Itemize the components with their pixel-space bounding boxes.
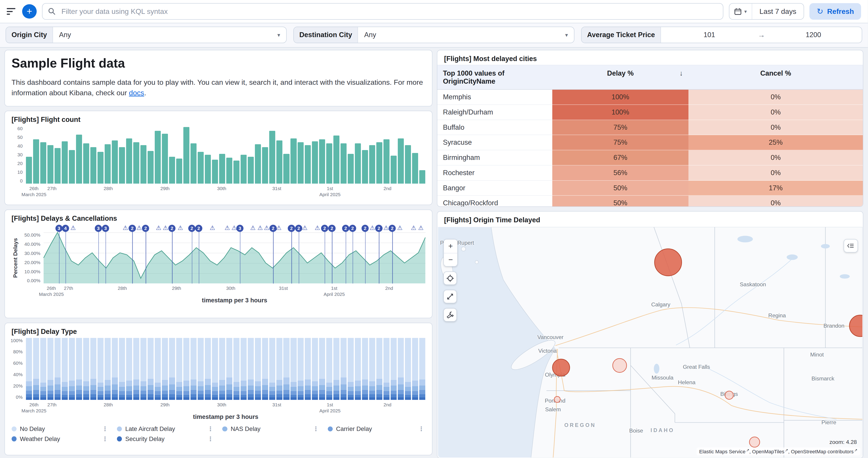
delay-type-bar[interactable] [76, 338, 82, 400]
flight-count-bar[interactable] [90, 147, 96, 184]
annotation-badge[interactable]: 4 [62, 225, 69, 232]
delay-type-bar[interactable] [269, 338, 275, 400]
flight-count-bar[interactable] [248, 157, 254, 184]
annotation-badge[interactable]: 2 [375, 225, 382, 232]
flight-count-bar[interactable] [376, 142, 382, 184]
annotation-badge[interactable]: 2 [129, 225, 136, 232]
flight-count-bar[interactable] [298, 142, 304, 184]
flight-count-bar[interactable] [62, 141, 68, 184]
legend-menu-icon[interactable]: ⋮ [312, 425, 320, 432]
flight-count-bar[interactable] [333, 135, 339, 184]
map-panel-title[interactable]: [Flights] Origin Time Delayed [444, 216, 862, 224]
flight-count-bar[interactable] [234, 160, 240, 184]
destination-city-filter[interactable]: Destination City Any ▾ [293, 27, 575, 43]
flight-count-bar[interactable] [391, 156, 397, 184]
delay-cell[interactable]: 100% [552, 105, 688, 120]
flight-count-bar[interactable] [226, 158, 232, 184]
sort-descending-icon[interactable]: ↓ [680, 69, 683, 78]
legend-item[interactable]: Weather Delay⋮ [12, 435, 109, 442]
delay-type-bar[interactable] [305, 338, 311, 400]
map-legend-toggle-button[interactable] [844, 239, 858, 252]
flight-count-bar[interactable] [362, 150, 368, 184]
flight-count-bar[interactable] [383, 139, 390, 184]
delay-type-bar[interactable] [312, 338, 318, 400]
delay-type-bar[interactable] [33, 338, 39, 400]
flight-count-bar[interactable] [48, 145, 54, 184]
city-cell[interactable]: Rochester [437, 165, 552, 181]
flight-count-bar[interactable] [241, 155, 247, 184]
delay-type-bar[interactable] [83, 338, 89, 400]
filter-toggle-icon[interactable] [7, 8, 17, 15]
annotation-warning-icon[interactable]: ⚠ [210, 224, 215, 232]
flight-count-bar[interactable] [412, 153, 418, 184]
delay-type-bar[interactable] [119, 338, 125, 400]
delay-type-bar[interactable] [319, 338, 325, 400]
flight-count-bar[interactable] [205, 155, 211, 184]
delays-panel-title[interactable]: [Flights] Delays & Cancellations [12, 214, 426, 222]
annotation-warning-icon[interactable]: ⚠ [315, 224, 320, 232]
kql-search-bar[interactable] [42, 3, 723, 20]
map-zoom-out-button[interactable]: − [444, 253, 457, 266]
annotation-warning-icon[interactable]: ⚠ [123, 224, 128, 232]
delay-type-bar[interactable] [126, 338, 132, 400]
column-delay-pct[interactable]: Delay %↓ [552, 65, 688, 89]
delay-type-bar[interactable] [262, 338, 268, 400]
flight-count-bar[interactable] [69, 150, 75, 184]
delay-type-bar[interactable] [255, 338, 261, 400]
flight-count-bar[interactable] [183, 127, 189, 184]
delay-type-bar[interactable] [155, 338, 161, 400]
kql-search-input[interactable] [60, 7, 717, 16]
legend-label[interactable]: Weather Delay [20, 435, 97, 442]
flight-count-bar[interactable] [326, 143, 332, 184]
delay-type-bar[interactable] [141, 338, 147, 400]
flight-count-bar[interactable] [355, 143, 361, 184]
cancel-cell[interactable]: 25% [688, 135, 863, 150]
delay-type-bar[interactable] [234, 338, 240, 400]
flight-count-bar[interactable] [40, 142, 46, 184]
legend-item[interactable]: No Delay⋮ [12, 425, 109, 432]
annotation-badge[interactable]: 2 [270, 225, 277, 232]
map-attribution-link[interactable]: OpenMapTiles [752, 449, 784, 455]
delay-type-bar[interactable] [283, 338, 289, 400]
cancel-cell[interactable]: 0% [688, 90, 863, 105]
delay-type-bar[interactable] [398, 338, 404, 400]
annotation-badge[interactable]: 2 [389, 225, 396, 232]
flight-count-bar[interactable] [105, 144, 111, 184]
flight-count-bar[interactable] [33, 139, 39, 184]
delay-type-bar[interactable] [169, 338, 175, 400]
annotation-badge[interactable]: 2 [342, 225, 349, 232]
calendar-dropdown-button[interactable]: ▾ [730, 4, 752, 19]
delay-type-bar[interactable] [205, 338, 211, 400]
legend-menu-icon[interactable]: ⋮ [101, 435, 109, 442]
delay-type-bar[interactable] [219, 338, 225, 400]
delay-type-bar[interactable] [348, 338, 354, 400]
annotation-warning-icon[interactable]: ⚠ [383, 224, 389, 232]
flight-count-bar[interactable] [276, 141, 282, 184]
annotation-warning-icon[interactable]: ⚠ [70, 224, 76, 232]
legend-label[interactable]: NAS Delay [231, 425, 308, 432]
flight-count-bar[interactable] [319, 139, 325, 184]
delay-type-bar[interactable] [405, 338, 411, 400]
flight-count-bar[interactable] [148, 151, 154, 184]
flight-count-bar[interactable] [119, 147, 125, 184]
delays-chart[interactable]: 34⚠33⚠2⚠2⚠⚠2⚠22⚠⚠⚠3⚠⚠⚠2⚠22⚠⚠22222⚠2⚠2⚠⚠⚠ [43, 232, 425, 283]
delay-cell[interactable]: 67% [552, 150, 688, 165]
delay-type-panel-title[interactable]: [Flights] Delay Type [12, 328, 426, 336]
flight-count-bar[interactable] [290, 139, 297, 184]
flight-count-bar[interactable] [419, 170, 425, 184]
map-bubble[interactable] [749, 436, 760, 448]
delay-type-bar[interactable] [97, 338, 103, 400]
delayed-cities-panel-title[interactable]: [Flights] Most delayed cities [444, 55, 856, 63]
delay-type-bar[interactable] [241, 338, 247, 400]
delay-type-bar[interactable] [355, 338, 361, 400]
cancel-cell[interactable]: 0% [688, 150, 863, 165]
legend-item[interactable]: Late Aircraft Delay⋮ [117, 425, 215, 432]
annotation-warning-icon[interactable]: ⚠ [264, 224, 269, 232]
cancel-cell[interactable]: 0% [688, 196, 863, 207]
delay-type-bar[interactable] [298, 338, 304, 400]
delay-type-bar[interactable] [226, 338, 232, 400]
delay-type-bar[interactable] [26, 338, 32, 400]
map-bubble[interactable] [554, 396, 561, 403]
annotation-badge[interactable]: 3 [95, 225, 102, 232]
delay-type-bar[interactable] [341, 338, 347, 400]
